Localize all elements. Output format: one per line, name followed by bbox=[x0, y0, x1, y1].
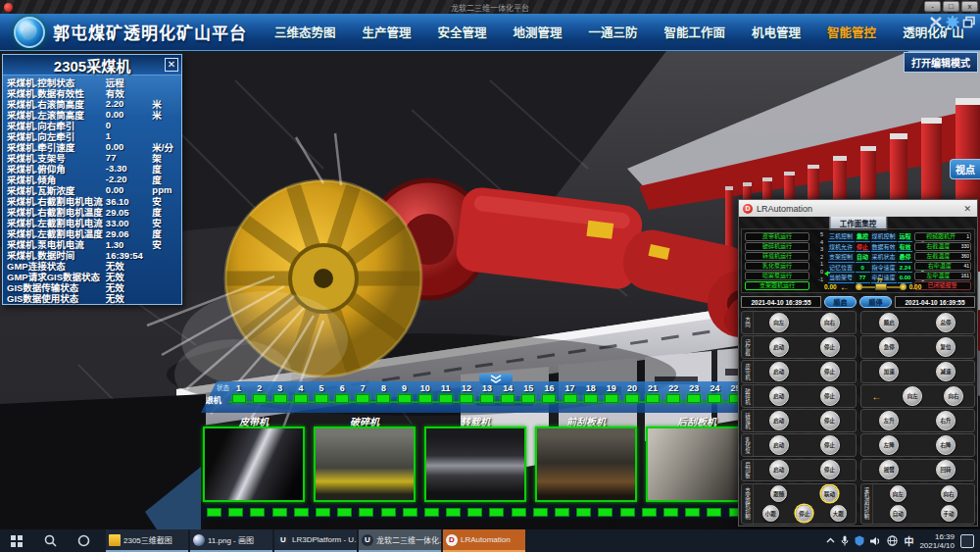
round-control-button[interactable]: 急停 bbox=[879, 337, 899, 357]
monitor-status-button[interactable]: 左截温度360 bbox=[914, 252, 971, 261]
run-status-button[interactable]: 皮带机运行 bbox=[745, 232, 809, 241]
lrautomation-close-icon[interactable]: ✕ bbox=[961, 204, 973, 214]
round-control-button[interactable]: 顺启 bbox=[879, 313, 899, 332]
camera-video[interactable] bbox=[646, 427, 748, 502]
ime-indicator[interactable]: 中 bbox=[904, 533, 913, 548]
round-control-button[interactable]: 停止 bbox=[820, 337, 840, 357]
round-control-button[interactable]: 自动 bbox=[890, 505, 906, 522]
camera-video[interactable] bbox=[203, 427, 305, 502]
round-control-button[interactable]: 向右 bbox=[820, 313, 840, 332]
search-icon[interactable] bbox=[33, 529, 67, 552]
round-control-button[interactable]: 总停 bbox=[936, 313, 956, 332]
minimize-button[interactable]: - bbox=[924, 1, 941, 12]
round-control-button[interactable]: 启动 bbox=[769, 362, 789, 381]
camera-video[interactable] bbox=[535, 427, 637, 502]
round-control-button[interactable]: 启动 bbox=[769, 386, 789, 406]
round-control-button[interactable]: 跟随 bbox=[770, 485, 787, 502]
cortana-icon[interactable] bbox=[67, 529, 100, 552]
round-control-button[interactable]: 停止 bbox=[820, 362, 840, 381]
camera-feed[interactable]: 皮带机 bbox=[203, 414, 305, 502]
round-control-button[interactable]: 启动 bbox=[769, 435, 789, 455]
round-control-button[interactable]: 向左 bbox=[903, 386, 922, 406]
run-status-button[interactable]: 喷雾泵运行 bbox=[745, 272, 809, 280]
camera-feed[interactable]: 破碎机 bbox=[314, 414, 416, 502]
round-control-button[interactable]: 联动 bbox=[821, 485, 838, 502]
round-control-button[interactable]: 停止 bbox=[820, 460, 840, 479]
close-button[interactable]: x bbox=[961, 1, 978, 12]
round-control-button[interactable]: 减速 bbox=[936, 362, 956, 381]
round-control-button[interactable]: 启动 bbox=[769, 337, 789, 357]
run-status-button[interactable]: 破碎机运行 bbox=[745, 242, 809, 251]
nav-item-5[interactable]: 智能工作面 bbox=[664, 23, 726, 41]
camera-feed[interactable]: 转载机 bbox=[424, 414, 526, 502]
status-value: 集控 bbox=[856, 232, 870, 242]
camera-video[interactable] bbox=[314, 427, 416, 502]
camera-feed[interactable]: 前刮板机 bbox=[535, 414, 637, 502]
settings-gear-icon[interactable] bbox=[946, 16, 959, 28]
round-control-button[interactable]: 加速 bbox=[879, 362, 899, 381]
round-control-button[interactable]: 向左 bbox=[769, 313, 789, 332]
notification-center-icon[interactable] bbox=[960, 534, 974, 548]
round-control-button[interactable]: 摇臂 bbox=[879, 460, 899, 479]
taskbar-task-1[interactable]: 11.png - 画图 bbox=[190, 529, 272, 552]
taskbar-task-4[interactable]: DLRAutomation bbox=[443, 529, 525, 552]
nav-item-3[interactable]: 地测管理 bbox=[514, 23, 563, 41]
window-titlebar[interactable]: 龙软二三维一体化平台 - □ x bbox=[0, 0, 980, 14]
run-status-button[interactable]: 乳化泵运行 bbox=[745, 262, 809, 271]
network-globe-icon[interactable] bbox=[887, 535, 898, 546]
round-control-button[interactable]: 停止 bbox=[820, 411, 840, 430]
sequence-stop-button[interactable]: 顺停 bbox=[859, 296, 892, 308]
start-button[interactable] bbox=[0, 529, 33, 552]
nav-item-2[interactable]: 安全管理 bbox=[438, 23, 487, 41]
taskbar-task-0[interactable]: 2305三维截图 bbox=[106, 529, 188, 552]
restore-window-icon[interactable] bbox=[962, 16, 976, 28]
round-control-button[interactable]: 停止 bbox=[796, 505, 812, 522]
round-control-button[interactable]: 停止 bbox=[820, 435, 840, 455]
nav-item-4[interactable]: 一通三防 bbox=[589, 23, 638, 41]
security-shield-icon[interactable] bbox=[855, 535, 864, 546]
round-control-button[interactable]: 启动 bbox=[769, 411, 789, 430]
round-control-button[interactable]: 手动 bbox=[941, 505, 957, 522]
camera-video[interactable] bbox=[424, 427, 526, 502]
monitor-status-button[interactable]: 视频跟机开1 bbox=[914, 232, 971, 241]
collapse-chevron-button[interactable] bbox=[479, 374, 513, 385]
maximize-button[interactable]: □ bbox=[943, 1, 959, 12]
round-control-button[interactable]: 左升 bbox=[879, 411, 899, 430]
tools-wrench-icon[interactable] bbox=[929, 16, 943, 28]
speaker-icon[interactable] bbox=[870, 536, 881, 546]
open-edit-mode-button[interactable]: 打开编辑模式 bbox=[904, 52, 978, 73]
tray-expand-chevron-icon[interactable] bbox=[826, 537, 835, 544]
taskbar-task-3[interactable]: U龙软二三维一体化... bbox=[359, 529, 441, 552]
round-control-button[interactable]: 停止 bbox=[820, 386, 840, 406]
round-control-button[interactable]: 右降 bbox=[936, 435, 956, 455]
round-control-button[interactable]: 左降 bbox=[879, 435, 899, 455]
round-control-button[interactable]: 向左 bbox=[890, 485, 906, 502]
run-status-button[interactable]: 支架跟机运行 bbox=[745, 281, 809, 290]
round-control-button[interactable]: 启动 bbox=[769, 460, 789, 479]
run-status-button[interactable]: 转载机运行 bbox=[745, 252, 809, 261]
sequence-start-button[interactable]: 顺启 bbox=[824, 296, 857, 308]
round-control-button[interactable]: 大跟 bbox=[830, 505, 847, 522]
shearer-panel-close-icon[interactable]: ✕ bbox=[165, 58, 178, 72]
round-control-button[interactable]: 回转 bbox=[936, 460, 956, 479]
taskbar-task-2[interactable]: ULR3DPlatform - U... bbox=[274, 529, 357, 552]
viewpoint-tag[interactable]: 视点 bbox=[950, 159, 980, 179]
round-control-button[interactable]: 右升 bbox=[936, 411, 956, 430]
nav-item-1[interactable]: 生产管理 bbox=[363, 23, 412, 41]
round-control-button[interactable]: 向右 bbox=[941, 485, 957, 502]
microphone-icon[interactable] bbox=[841, 535, 849, 546]
nav-item-6[interactable]: 机电管理 bbox=[752, 23, 801, 41]
lrautomation-titlebar[interactable]: D LRAutomation ✕ bbox=[739, 200, 977, 217]
taskbar-clock[interactable]: 16:39 2021/4/10 bbox=[919, 532, 955, 550]
round-control-button[interactable]: 向右 bbox=[944, 386, 963, 406]
round-control-button[interactable]: 复位 bbox=[936, 337, 956, 357]
round-control-button[interactable]: 小跟 bbox=[762, 505, 779, 522]
shearer-panel-header[interactable]: 2305采煤机 ✕ bbox=[3, 55, 181, 75]
monitor-status-button[interactable]: 右牵温度41 bbox=[914, 262, 971, 271]
camera-feed[interactable]: 后刮板机 bbox=[646, 414, 748, 502]
nav-item-7[interactable]: 智能管控 bbox=[827, 23, 876, 41]
monitor-status-button[interactable]: 右截温度330 bbox=[914, 242, 971, 251]
monitor-status-button[interactable]: 左牵温度161 bbox=[914, 272, 971, 280]
nav-item-0[interactable]: 三维态势图 bbox=[274, 23, 336, 41]
face-position-slider[interactable]: 77 bbox=[856, 283, 906, 290]
